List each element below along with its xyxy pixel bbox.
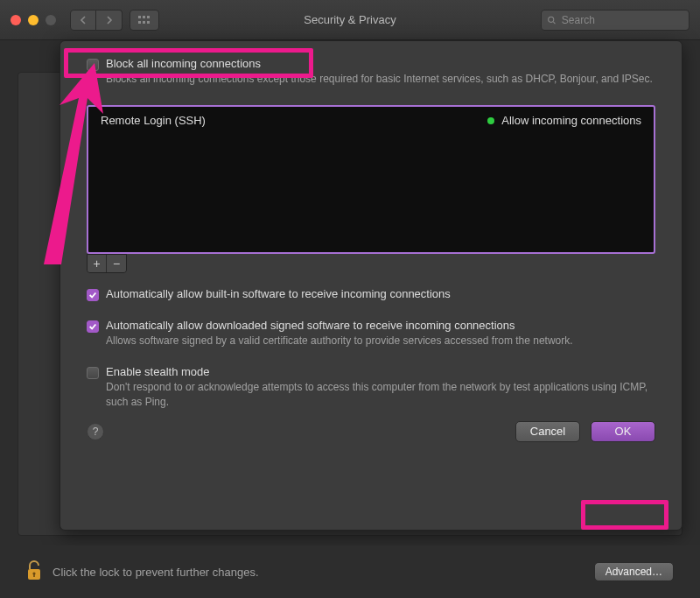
app-list[interactable]: Remote Login (SSH) Allow incoming connec… [87, 105, 655, 254]
minimize-window-button[interactable] [28, 15, 38, 25]
lock-text: Click the lock to prevent further change… [52, 566, 259, 579]
auto-builtin-checkbox[interactable] [87, 289, 99, 301]
lock-bar: Click the lock to prevent further change… [0, 545, 700, 598]
advanced-button[interactable]: Advanced… [594, 562, 674, 581]
ok-button[interactable]: OK [591, 421, 655, 442]
stealth-row: Enable stealth mode Don't respond to or … [87, 365, 655, 408]
add-remove-group: + − [87, 254, 127, 273]
svg-rect-5 [147, 21, 150, 24]
svg-rect-3 [138, 21, 141, 24]
zoom-window-button[interactable] [46, 15, 56, 25]
status-dot-icon [487, 117, 494, 124]
stealth-checkbox[interactable] [87, 367, 99, 379]
list-item[interactable]: Remote Login (SSH) Allow incoming connec… [101, 114, 641, 127]
stealth-description: Don't respond to or acknowledge attempts… [106, 380, 655, 408]
block-all-description: Blocks all incoming connections except t… [106, 72, 655, 86]
search-input[interactable] [560, 13, 683, 27]
block-all-row: Block all incoming connections Blocks al… [87, 57, 655, 86]
auto-signed-row: Automatically allow downloaded signed so… [87, 319, 655, 348]
list-item-name: Remote Login (SSH) [101, 114, 487, 127]
forward-button[interactable] [96, 10, 122, 31]
auto-builtin-row: Automatically allow built-in software to… [87, 287, 655, 301]
search-icon [547, 15, 556, 25]
close-window-button[interactable] [10, 15, 21, 25]
block-all-checkbox[interactable] [87, 59, 99, 71]
show-all-button[interactable] [130, 10, 159, 31]
auto-builtin-label: Automatically allow built-in software to… [106, 287, 655, 300]
nav-buttons [70, 10, 122, 31]
window-toolbar: Security & Privacy [0, 0, 700, 40]
svg-line-7 [553, 22, 555, 24]
auto-signed-description: Allows software signed by a valid certif… [106, 334, 655, 348]
remove-button[interactable]: − [107, 255, 126, 272]
svg-point-6 [549, 17, 554, 22]
lock-icon[interactable] [26, 560, 42, 584]
back-button[interactable] [70, 10, 96, 31]
search-field[interactable] [541, 10, 690, 31]
firewall-options-sheet: Block all incoming connections Blocks al… [60, 40, 682, 531]
help-button[interactable]: ? [87, 423, 104, 440]
cancel-button[interactable]: Cancel [515, 421, 580, 442]
add-button[interactable]: + [88, 255, 107, 272]
traffic-lights [10, 15, 56, 25]
svg-rect-1 [143, 16, 145, 18]
svg-rect-11 [33, 573, 35, 577]
auto-signed-label: Automatically allow downloaded signed so… [106, 319, 655, 332]
sheet-footer: ? Cancel OK [87, 421, 655, 442]
svg-rect-2 [147, 16, 150, 18]
stealth-label: Enable stealth mode [106, 365, 655, 378]
svg-rect-4 [143, 21, 145, 24]
block-all-label: Block all incoming connections [106, 57, 655, 70]
auto-signed-checkbox[interactable] [87, 320, 99, 333]
window-title: Security & Privacy [159, 13, 541, 26]
svg-rect-0 [138, 16, 141, 18]
list-item-status: Allow incoming connections [501, 114, 641, 127]
